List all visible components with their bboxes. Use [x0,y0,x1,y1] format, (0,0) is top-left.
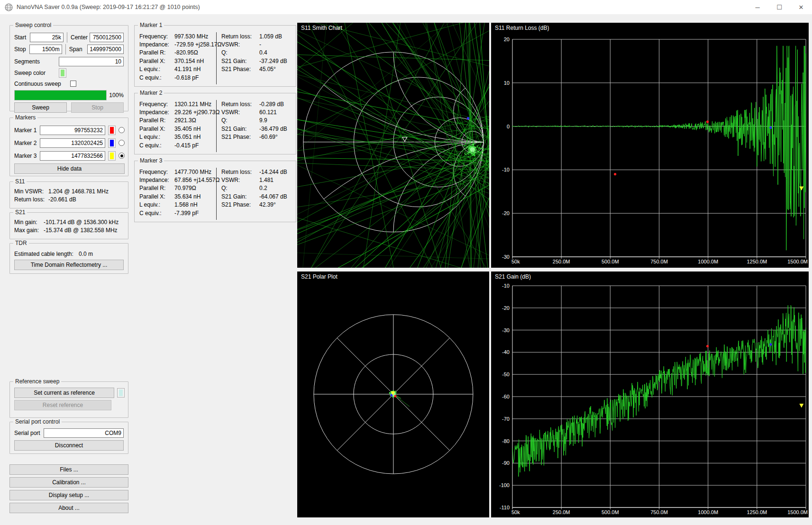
s11-min-vswr-label: Min VSWR: [14,188,48,195]
maximize-button[interactable]: ☐ [768,0,790,14]
marker-frequency-input[interactable]: 1320202425 [40,138,105,148]
svg-text:0: 0 [507,124,510,129]
reference-color-swatch[interactable] [117,388,125,398]
marker-color-swatch[interactable] [108,151,116,161]
sidebar-button-display-setup[interactable]: Display setup ... [9,490,128,500]
marker-color-swatch[interactable] [108,138,116,148]
window-title: NanoVNA Saver 0.0.9a (Sweep: 2019-09-17 … [17,4,200,10]
s21-polar-plot[interactable]: S21 Polar Plot [297,272,489,517]
marker-frequency-input[interactable]: 1477832566 [40,151,105,161]
detail-value: 997.530 MHz [174,33,208,40]
sweep-color-swatch[interactable] [59,68,66,78]
disconnect-button[interactable]: Disconnect [14,440,124,451]
s21-min-gain-value: -101.714 dB @ 1536.300 kHz [44,219,119,226]
s11-smith-chart[interactable]: S11 Smith Chart [297,23,489,268]
detail-value: 1.059 dB [259,33,282,40]
detail-value: -60.69° [259,134,278,140]
marker-select-radio[interactable] [119,127,125,133]
svg-text:20: 20 [504,36,510,42]
sidebar-button-calibration[interactable]: Calibration ... [9,477,128,488]
detail-value: -729.59 +j258.17Ω [174,41,221,48]
marker-select-radio[interactable] [119,140,125,146]
detail-value: 35.405 nH [174,126,201,132]
detail-label: Impedance: [139,177,174,183]
detail-value: 42.39° [259,201,276,208]
svg-text:50k: 50k [511,259,520,264]
detail-value: 370.154 nH [174,58,204,64]
svg-text:-20: -20 [502,305,510,311]
groupbox-title: Markers [13,114,37,121]
svg-text:750.0M: 750.0M [650,259,668,264]
groupbox-title: S21 [13,209,27,216]
s11-group: S11 Min VSWR:1.204 @ 1468.781 MHz Return… [9,181,128,208]
groupbox-title: Marker 1 [138,22,164,28]
detail-value: 35.051 nH [174,134,201,140]
detail-label: VSWR: [221,41,259,48]
detail-value: 45.05° [259,66,276,72]
stop-button[interactable]: Stop [71,102,124,113]
groupbox-title: Sweep control [13,22,53,28]
detail-value: -0.415 pF [174,142,199,149]
center-label: Center [71,34,90,41]
groupbox-title: S11 [13,178,27,185]
detail-value: -64.067 dB [259,193,287,200]
close-button[interactable]: ✕ [790,0,812,14]
start-input[interactable]: 25k [30,33,64,42]
divider [65,44,66,54]
svg-text:-80: -80 [502,438,510,444]
span-label: Span [69,46,88,53]
detail-value: -14.244 dB [259,169,287,175]
serial-port-input[interactable]: COM9 [44,428,124,438]
s11-min-vswr-value: 1.204 @ 1468.781 MHz [48,188,109,195]
detail-value: 1.568 nH [174,201,198,208]
marker-detail-right: Return loss:1.059 dBVSWR:-Q:0.4S21 Gain:… [216,32,292,84]
center-input[interactable]: 750012500 [90,33,124,42]
app-window: NanoVNA Saver 0.0.9a (Sweep: 2019-09-17 … [0,0,812,525]
sidebar-button-about[interactable]: About ... [9,503,128,513]
sweep-progress-bar [14,90,107,100]
detail-label: Frequency: [139,33,174,40]
span-input[interactable]: 1499975000 [87,45,124,54]
app-icon [5,3,13,11]
hide-data-button[interactable]: Hide data [14,163,125,174]
detail-label: C equiv.: [139,210,174,217]
svg-text:-30: -30 [502,327,510,333]
start-label: Start [14,34,30,41]
s21-gain-chart[interactable]: S21 Gain (dB)-10-20-30-40-50-60-70-80-90… [491,272,809,517]
sidebar-button-files[interactable]: Files ... [9,464,128,475]
continuous-sweep-checkbox[interactable] [70,81,76,87]
svg-text:-10: -10 [502,167,510,172]
s11-return-loss-chart[interactable]: S11 Return Loss (dB)20100-10-20-3050k250… [491,23,809,268]
detail-label: Return loss: [221,101,259,108]
detail-value: 0.2 [259,185,267,191]
marker-select-radio[interactable] [119,153,125,159]
marker-detail-box: Marker 3Frequency:1477.700 MHzImpedance:… [134,161,296,222]
marker-row: Marker 1997553232 [14,124,125,136]
detail-value: 70.979Ω [174,185,196,191]
stop-input[interactable]: 1500m [29,45,62,54]
marker-color-swatch[interactable] [108,126,116,135]
sweep-button[interactable]: Sweep [14,102,67,113]
detail-label: L equiv.: [139,201,174,208]
detail-value: 60.121 [259,109,277,116]
marker-detail-left: Frequency:1477.700 MHzImpedance:67.856 +… [139,168,216,220]
serial-port-group: Serial port control Serial port COM9 Dis… [9,422,128,454]
detail-label: C equiv.: [139,142,174,149]
detail-value: 2921.3Ω [174,117,196,124]
tdr-button[interactable]: Time Domain Reflectometry ... [14,260,124,270]
marker-frequency-input[interactable]: 997553232 [40,126,105,135]
svg-text:1000.0M: 1000.0M [698,259,718,264]
reset-reference-button[interactable]: Reset reference [14,400,111,410]
marker-detail-right: Return loss:-0.289 dBVSWR:60.121Q:9.9S21… [216,100,292,152]
svg-text:-90: -90 [502,460,510,466]
svg-text:10: 10 [504,80,510,86]
segments-input[interactable]: 10 [59,57,124,66]
set-reference-button[interactable]: Set current as reference [14,388,114,398]
detail-label: Q: [221,117,259,124]
groupbox-title: TDR [13,240,29,246]
detail-label: S21 Phase: [221,134,259,140]
minimize-button[interactable]: ─ [747,0,768,14]
sweep-control-group: Sweep control Start 25k Center 750012500… [9,25,128,111]
detail-label: Parallel X: [139,193,174,200]
detail-label: S21 Phase: [221,201,259,208]
